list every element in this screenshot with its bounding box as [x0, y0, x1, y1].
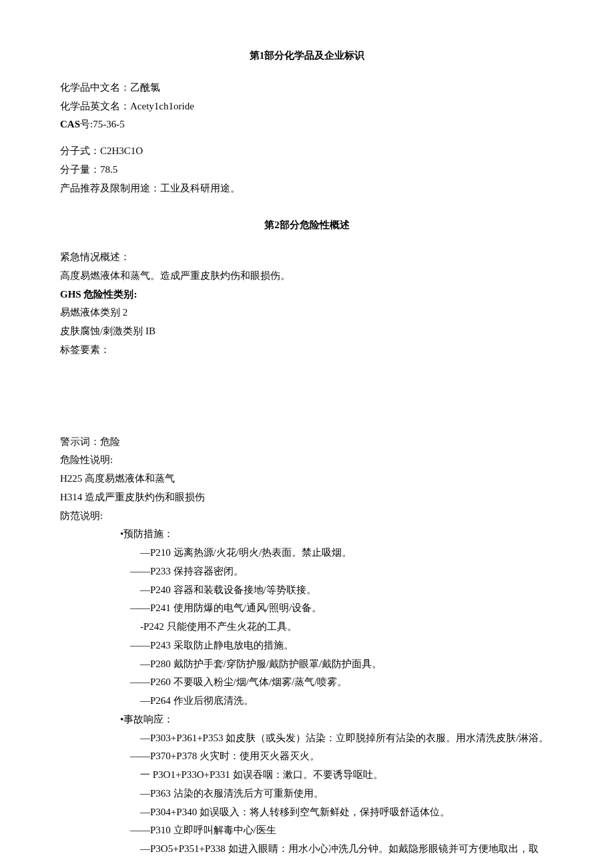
ghs-item-2: 皮肤腐蚀/刺激类别 IB: [60, 322, 554, 341]
p-response-1: ——P370+P378 火灾时：使用灭火器灭火。: [60, 747, 554, 766]
ghs-item-1: 易燃液体类别 2: [60, 304, 554, 322]
cas-num: 75-36-5: [93, 119, 125, 129]
prevent-label: •预防措施：: [60, 525, 554, 544]
title-suffix: 部分化学品及企业标识: [264, 50, 364, 61]
precaution-label: 防范说明:: [60, 507, 554, 526]
p-prevent-1: ——P233 保持容器密闭。: [60, 562, 554, 581]
h2-text: 造成严重皮肤灼伤和眼损伤: [85, 492, 205, 502]
p-response-2: 一 P3O1+P33O+P331 如误吞咽：漱口。不要诱导呕吐。: [60, 766, 554, 785]
ghs-suffix: 危险性类别:: [83, 289, 137, 300]
p-response-0: —P303+P361+P353 如皮肤（或头发）沾染：立即脱掉所有沾染的衣服。用…: [60, 729, 554, 748]
p-response-4: —P304+P340 如误吸入：将人转移到空气新鲜处，保持呼吸舒适体位。: [60, 803, 554, 822]
mw-label: 分子量：: [60, 164, 100, 175]
use-label: 产品推荐及限制用途：: [60, 183, 160, 193]
pictogram-placeholder: [60, 360, 554, 433]
signal-label: 警示词：: [60, 436, 100, 447]
name-cn-value: 乙酰氯: [130, 82, 160, 93]
ghs-label-row: GHS 危险性类别:: [60, 286, 554, 304]
section-2-title: 第2部分危险性概述: [60, 216, 554, 235]
cas-label: CAS: [60, 119, 80, 129]
emergency-label: 紧急情况概述：: [60, 248, 554, 267]
name-en-label: 化学品英文名：: [60, 101, 130, 111]
ghs-prefix: GHS: [60, 289, 81, 300]
signal-value: 危险: [100, 436, 120, 447]
section-1-title: 第1部分化学品及企业标识: [60, 47, 554, 65]
mw-value: 78.5: [100, 164, 117, 175]
name-cn-row: 化学品中文名：乙酰氯: [60, 79, 554, 97]
title-prefix: 第: [250, 50, 260, 61]
p-prevent-8: —P264 作业后彻底清洗。: [60, 692, 554, 711]
p-response-5: ——P310 立即呼叫解毒中心/医生: [60, 821, 554, 840]
label-elements: 标签要素：: [60, 341, 554, 360]
name-en-value: Acety1ch1oride: [130, 101, 194, 111]
use-row: 产品推荐及限制用途：工业及科研用途。: [60, 179, 554, 198]
name-en-row: 化学品英文名：Acety1ch1oride: [60, 97, 554, 116]
title2-num: 2: [274, 220, 280, 230]
title2-prefix: 第: [264, 220, 274, 230]
mw-row: 分子量：78.5: [60, 161, 554, 179]
h2-code: H314: [60, 492, 82, 502]
hazard-1: H225 高度易燃液体和蒸气: [60, 470, 554, 488]
p-prevent-2: —P240 容器和装载设备接地/等势联接。: [60, 581, 554, 600]
hazard-label: 危险性说明:: [60, 451, 554, 470]
p-response-3: —P363 沾染的衣服清洗后方可重新使用。: [60, 785, 554, 803]
emergency-text: 高度易燃液体和蒸气。造成严重皮肤灼伤和眼损伤。: [60, 267, 554, 286]
signal-row: 警示词：危险: [60, 433, 554, 452]
p-response-6: —P3O5+P351+P338 如进入眼睛：用水小心冲洗几分钟。如戴隐形眼镜并可…: [60, 840, 554, 859]
response-label: •事故响应：: [60, 711, 554, 729]
h1-text: 高度易燃液体和蒸气: [85, 473, 175, 484]
formula-row: 分子式：C2H3C1O: [60, 142, 554, 161]
p-prevent-5: ——P243 采取防止静电放电的措施。: [60, 636, 554, 655]
hazard-2: H314 造成严重皮肤灼伤和眼损伤: [60, 488, 554, 507]
cas-sep: 号:: [80, 119, 93, 129]
p-prevent-4: -P242 只能使用不产生火花的工具。: [60, 618, 554, 636]
use-value: 工业及科研用途。: [160, 183, 240, 193]
p-prevent-6: —P280 戴防护手套/穿防护服/戴防护眼罩/戴防护面具。: [60, 655, 554, 674]
formula-label: 分子式：: [60, 145, 100, 156]
name-cn-label: 化学品中文名：: [60, 82, 130, 93]
p-prevent-3: ——P241 使用防爆的电气/通风/照明/设备。: [60, 599, 554, 618]
p-prevent-7: ——P260 不要吸入粉尘/烟/气体/烟雾/蒸气/喷雾。: [60, 673, 554, 692]
cas-row: CAS号:75-36-5: [60, 115, 554, 134]
p-prevent-0: —P210 远离热源/火花/明火/热表面。禁止吸烟。: [60, 544, 554, 562]
formula-value: C2H3C1O: [100, 145, 143, 156]
h1-code: H225: [60, 473, 82, 484]
title2-suffix: 部分危险性概述: [280, 220, 350, 230]
